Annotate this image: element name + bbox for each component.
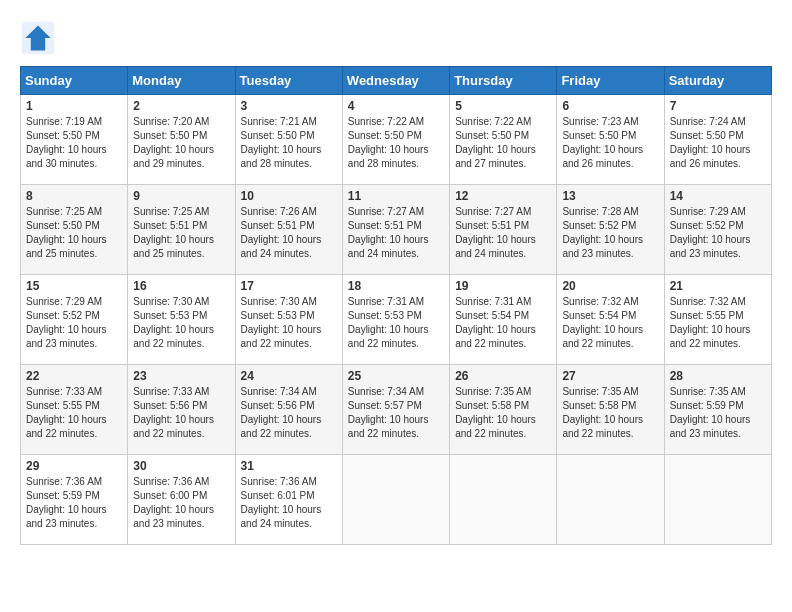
header-monday: Monday: [128, 67, 235, 95]
header-friday: Friday: [557, 67, 664, 95]
day-number: 22: [26, 369, 122, 383]
day-cell-31: 31 Sunrise: 7:36 AM Sunset: 6:01 PM Dayl…: [235, 455, 342, 545]
day-number: 16: [133, 279, 229, 293]
day-info: Sunrise: 7:24 AM Sunset: 5:50 PM Dayligh…: [670, 115, 766, 171]
day-number: 21: [670, 279, 766, 293]
calendar-week-row: 22 Sunrise: 7:33 AM Sunset: 5:55 PM Dayl…: [21, 365, 772, 455]
day-cell-1: 1 Sunrise: 7:19 AM Sunset: 5:50 PM Dayli…: [21, 95, 128, 185]
calendar-week-row: 29 Sunrise: 7:36 AM Sunset: 5:59 PM Dayl…: [21, 455, 772, 545]
day-number: 2: [133, 99, 229, 113]
day-number: 6: [562, 99, 658, 113]
day-cell-5: 5 Sunrise: 7:22 AM Sunset: 5:50 PM Dayli…: [450, 95, 557, 185]
day-cell-21: 21 Sunrise: 7:32 AM Sunset: 5:55 PM Dayl…: [664, 275, 771, 365]
day-number: 28: [670, 369, 766, 383]
day-info: Sunrise: 7:29 AM Sunset: 5:52 PM Dayligh…: [670, 205, 766, 261]
day-number: 14: [670, 189, 766, 203]
day-info: Sunrise: 7:20 AM Sunset: 5:50 PM Dayligh…: [133, 115, 229, 171]
day-info: Sunrise: 7:33 AM Sunset: 5:55 PM Dayligh…: [26, 385, 122, 441]
day-cell-27: 27 Sunrise: 7:35 AM Sunset: 5:58 PM Dayl…: [557, 365, 664, 455]
day-info: Sunrise: 7:36 AM Sunset: 6:00 PM Dayligh…: [133, 475, 229, 531]
day-info: Sunrise: 7:31 AM Sunset: 5:54 PM Dayligh…: [455, 295, 551, 351]
day-info: Sunrise: 7:36 AM Sunset: 5:59 PM Dayligh…: [26, 475, 122, 531]
day-cell-17: 17 Sunrise: 7:30 AM Sunset: 5:53 PM Dayl…: [235, 275, 342, 365]
day-info: Sunrise: 7:19 AM Sunset: 5:50 PM Dayligh…: [26, 115, 122, 171]
day-cell-20: 20 Sunrise: 7:32 AM Sunset: 5:54 PM Dayl…: [557, 275, 664, 365]
day-info: Sunrise: 7:23 AM Sunset: 5:50 PM Dayligh…: [562, 115, 658, 171]
header-sunday: Sunday: [21, 67, 128, 95]
logo-icon: [20, 20, 56, 56]
day-info: Sunrise: 7:28 AM Sunset: 5:52 PM Dayligh…: [562, 205, 658, 261]
day-number: 15: [26, 279, 122, 293]
calendar-table: SundayMondayTuesdayWednesdayThursdayFrid…: [20, 66, 772, 545]
day-info: Sunrise: 7:30 AM Sunset: 5:53 PM Dayligh…: [133, 295, 229, 351]
day-cell-2: 2 Sunrise: 7:20 AM Sunset: 5:50 PM Dayli…: [128, 95, 235, 185]
day-number: 17: [241, 279, 337, 293]
day-number: 4: [348, 99, 444, 113]
day-number: 13: [562, 189, 658, 203]
day-cell-18: 18 Sunrise: 7:31 AM Sunset: 5:53 PM Dayl…: [342, 275, 449, 365]
day-number: 29: [26, 459, 122, 473]
day-number: 10: [241, 189, 337, 203]
day-cell-22: 22 Sunrise: 7:33 AM Sunset: 5:55 PM Dayl…: [21, 365, 128, 455]
day-number: 20: [562, 279, 658, 293]
day-info: Sunrise: 7:35 AM Sunset: 5:59 PM Dayligh…: [670, 385, 766, 441]
day-cell-13: 13 Sunrise: 7:28 AM Sunset: 5:52 PM Dayl…: [557, 185, 664, 275]
page-header: [20, 20, 772, 56]
day-cell-11: 11 Sunrise: 7:27 AM Sunset: 5:51 PM Dayl…: [342, 185, 449, 275]
day-cell-15: 15 Sunrise: 7:29 AM Sunset: 5:52 PM Dayl…: [21, 275, 128, 365]
day-cell-24: 24 Sunrise: 7:34 AM Sunset: 5:56 PM Dayl…: [235, 365, 342, 455]
day-cell-23: 23 Sunrise: 7:33 AM Sunset: 5:56 PM Dayl…: [128, 365, 235, 455]
day-number: 7: [670, 99, 766, 113]
day-info: Sunrise: 7:25 AM Sunset: 5:51 PM Dayligh…: [133, 205, 229, 261]
empty-cell: [450, 455, 557, 545]
day-cell-8: 8 Sunrise: 7:25 AM Sunset: 5:50 PM Dayli…: [21, 185, 128, 275]
empty-cell: [557, 455, 664, 545]
day-info: Sunrise: 7:26 AM Sunset: 5:51 PM Dayligh…: [241, 205, 337, 261]
day-info: Sunrise: 7:31 AM Sunset: 5:53 PM Dayligh…: [348, 295, 444, 351]
day-cell-14: 14 Sunrise: 7:29 AM Sunset: 5:52 PM Dayl…: [664, 185, 771, 275]
day-info: Sunrise: 7:35 AM Sunset: 5:58 PM Dayligh…: [455, 385, 551, 441]
empty-cell: [664, 455, 771, 545]
day-number: 11: [348, 189, 444, 203]
day-number: 12: [455, 189, 551, 203]
header-thursday: Thursday: [450, 67, 557, 95]
header-row: SundayMondayTuesdayWednesdayThursdayFrid…: [21, 67, 772, 95]
day-cell-16: 16 Sunrise: 7:30 AM Sunset: 5:53 PM Dayl…: [128, 275, 235, 365]
calendar-week-row: 1 Sunrise: 7:19 AM Sunset: 5:50 PM Dayli…: [21, 95, 772, 185]
day-cell-3: 3 Sunrise: 7:21 AM Sunset: 5:50 PM Dayli…: [235, 95, 342, 185]
day-cell-30: 30 Sunrise: 7:36 AM Sunset: 6:00 PM Dayl…: [128, 455, 235, 545]
day-number: 19: [455, 279, 551, 293]
day-info: Sunrise: 7:36 AM Sunset: 6:01 PM Dayligh…: [241, 475, 337, 531]
day-number: 3: [241, 99, 337, 113]
header-tuesday: Tuesday: [235, 67, 342, 95]
empty-cell: [342, 455, 449, 545]
day-number: 30: [133, 459, 229, 473]
header-saturday: Saturday: [664, 67, 771, 95]
day-info: Sunrise: 7:35 AM Sunset: 5:58 PM Dayligh…: [562, 385, 658, 441]
day-info: Sunrise: 7:27 AM Sunset: 5:51 PM Dayligh…: [348, 205, 444, 261]
day-cell-28: 28 Sunrise: 7:35 AM Sunset: 5:59 PM Dayl…: [664, 365, 771, 455]
day-number: 8: [26, 189, 122, 203]
day-number: 25: [348, 369, 444, 383]
day-number: 26: [455, 369, 551, 383]
calendar-week-row: 8 Sunrise: 7:25 AM Sunset: 5:50 PM Dayli…: [21, 185, 772, 275]
day-number: 18: [348, 279, 444, 293]
day-info: Sunrise: 7:29 AM Sunset: 5:52 PM Dayligh…: [26, 295, 122, 351]
day-cell-29: 29 Sunrise: 7:36 AM Sunset: 5:59 PM Dayl…: [21, 455, 128, 545]
day-info: Sunrise: 7:21 AM Sunset: 5:50 PM Dayligh…: [241, 115, 337, 171]
day-info: Sunrise: 7:34 AM Sunset: 5:56 PM Dayligh…: [241, 385, 337, 441]
day-info: Sunrise: 7:32 AM Sunset: 5:54 PM Dayligh…: [562, 295, 658, 351]
day-number: 24: [241, 369, 337, 383]
day-info: Sunrise: 7:30 AM Sunset: 5:53 PM Dayligh…: [241, 295, 337, 351]
day-number: 23: [133, 369, 229, 383]
day-info: Sunrise: 7:25 AM Sunset: 5:50 PM Dayligh…: [26, 205, 122, 261]
header-wednesday: Wednesday: [342, 67, 449, 95]
day-number: 1: [26, 99, 122, 113]
day-info: Sunrise: 7:34 AM Sunset: 5:57 PM Dayligh…: [348, 385, 444, 441]
day-number: 9: [133, 189, 229, 203]
day-cell-4: 4 Sunrise: 7:22 AM Sunset: 5:50 PM Dayli…: [342, 95, 449, 185]
day-number: 31: [241, 459, 337, 473]
day-cell-7: 7 Sunrise: 7:24 AM Sunset: 5:50 PM Dayli…: [664, 95, 771, 185]
day-info: Sunrise: 7:27 AM Sunset: 5:51 PM Dayligh…: [455, 205, 551, 261]
day-cell-6: 6 Sunrise: 7:23 AM Sunset: 5:50 PM Dayli…: [557, 95, 664, 185]
